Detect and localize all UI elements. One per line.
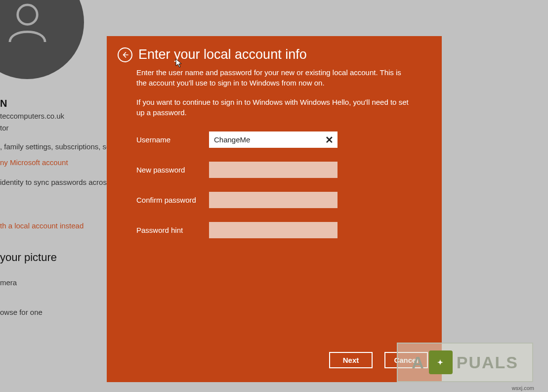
new-password-field-wrap <box>209 162 337 178</box>
watermark: A ✦ PUALS <box>397 343 533 382</box>
info-line-1: , family settings, subscriptions, sec <box>0 142 114 151</box>
account-role-fragment: tor <box>0 124 9 132</box>
modal-header: Enter your local account info <box>118 47 412 62</box>
confirm-password-input[interactable] <box>209 192 337 208</box>
watermark-logo-icon: ✦ <box>429 350 453 374</box>
browse-option[interactable]: owse for one <box>0 308 42 316</box>
arrow-left-icon <box>121 51 129 59</box>
close-icon: ✕ <box>325 134 334 146</box>
local-account-modal: Enter your local account info Enter the … <box>107 36 442 382</box>
info-line-2: identity to sync passwords across <box>0 178 110 186</box>
username-input[interactable] <box>209 131 337 148</box>
modal-title: Enter your local account info <box>138 47 307 62</box>
back-button[interactable] <box>118 47 132 62</box>
svg-point-0 <box>17 4 37 24</box>
new-password-input[interactable] <box>209 162 337 178</box>
form-row-password-hint: Password hint <box>136 222 412 238</box>
form-row-new-password: New password <box>136 162 412 178</box>
next-button[interactable]: Next <box>329 352 373 368</box>
form-row-username: Username ✕ <box>136 131 412 148</box>
form-row-confirm-password: Confirm password <box>136 192 412 208</box>
password-hint-field-wrap <box>209 222 337 238</box>
watermark-credit: wsxj.com <box>512 385 534 391</box>
user-icon <box>4 0 51 46</box>
modal-description-1: Enter the user name and password for you… <box>136 67 412 88</box>
clear-input-button[interactable]: ✕ <box>321 131 337 148</box>
password-hint-input[interactable] <box>209 222 337 238</box>
username-label: Username <box>136 135 209 144</box>
modal-description-2: If you want to continue to sign in to Wi… <box>136 97 412 118</box>
username-field-wrap: ✕ <box>209 131 337 148</box>
sign-in-local-account-link[interactable]: th a local account instead <box>0 221 84 230</box>
avatar <box>0 0 84 79</box>
your-picture-heading: your picture <box>0 251 57 264</box>
password-hint-label: Password hint <box>136 226 209 234</box>
watermark-text-after: PUALS <box>457 353 518 372</box>
camera-option[interactable]: mera <box>0 278 17 287</box>
new-password-label: New password <box>136 166 209 174</box>
confirm-password-label: Confirm password <box>136 196 209 204</box>
confirm-password-field-wrap <box>209 192 337 208</box>
account-email-fragment: teccomputers.co.uk <box>0 112 64 120</box>
watermark-text-before: A <box>412 353 425 372</box>
account-name-fragment: N <box>0 98 7 109</box>
manage-microsoft-account-link[interactable]: ny Microsoft account <box>0 158 68 167</box>
